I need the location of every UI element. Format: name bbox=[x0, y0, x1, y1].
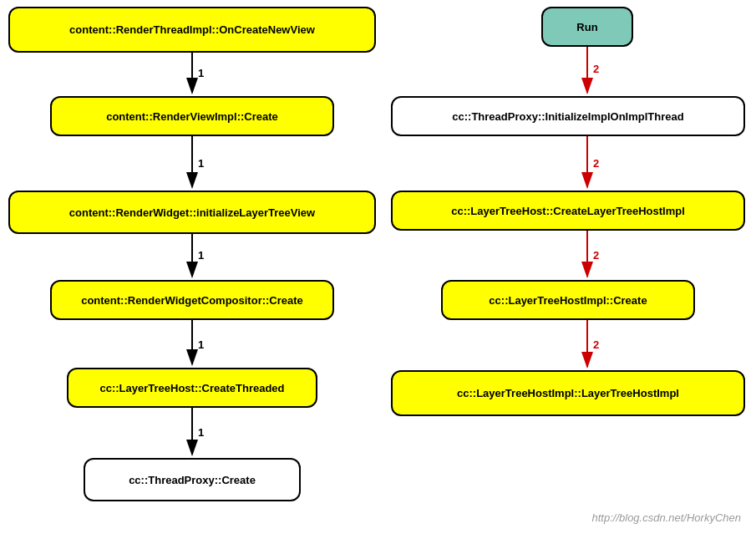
arrow-label-2a: 2 bbox=[593, 63, 599, 75]
arrow-label-2c: 2 bbox=[593, 249, 599, 262]
arrow-label-1a: 1 bbox=[198, 67, 204, 79]
arrow-label-1c: 1 bbox=[198, 249, 204, 262]
diagram-container: 1 1 1 1 1 2 2 2 2 content::RenderThreadI… bbox=[0, 0, 756, 539]
node-thread-proxy-init-impl: cc::ThreadProxy::InitializeImplOnImplThr… bbox=[391, 96, 745, 136]
node-thread-proxy-create: cc::ThreadProxy::Create bbox=[84, 458, 301, 501]
node-layer-tree-host-impl-ctor: cc::LayerTreeHostImpl::LayerTreeHostImpl bbox=[391, 370, 745, 416]
arrow-label-2d: 2 bbox=[593, 338, 599, 351]
node-layer-tree-host-threaded: cc::LayerTreeHost::CreateThreaded bbox=[67, 368, 317, 408]
node-render-widget-init: content::RenderWidget::initializeLayerTr… bbox=[8, 191, 376, 234]
arrow-label-2b: 2 bbox=[593, 157, 599, 170]
node-layer-tree-host-create-impl: cc::LayerTreeHost::CreateLayerTreeHostIm… bbox=[391, 191, 745, 231]
node-render-thread-impl: content::RenderThreadImpl::OnCreateNewVi… bbox=[8, 7, 376, 53]
node-render-view-impl: content::RenderViewImpl::Create bbox=[50, 96, 334, 136]
node-layer-tree-host-impl-create: cc::LayerTreeHostImpl::Create bbox=[441, 280, 695, 320]
arrow-label-1e: 1 bbox=[198, 426, 204, 439]
arrow-label-1d: 1 bbox=[198, 338, 204, 351]
watermark: http://blog.csdn.net/HorkyChen bbox=[592, 511, 742, 524]
arrow-label-1b: 1 bbox=[198, 157, 204, 170]
node-render-widget-compositor: content::RenderWidgetCompositor::Create bbox=[50, 280, 334, 320]
node-run: Run bbox=[541, 7, 633, 47]
